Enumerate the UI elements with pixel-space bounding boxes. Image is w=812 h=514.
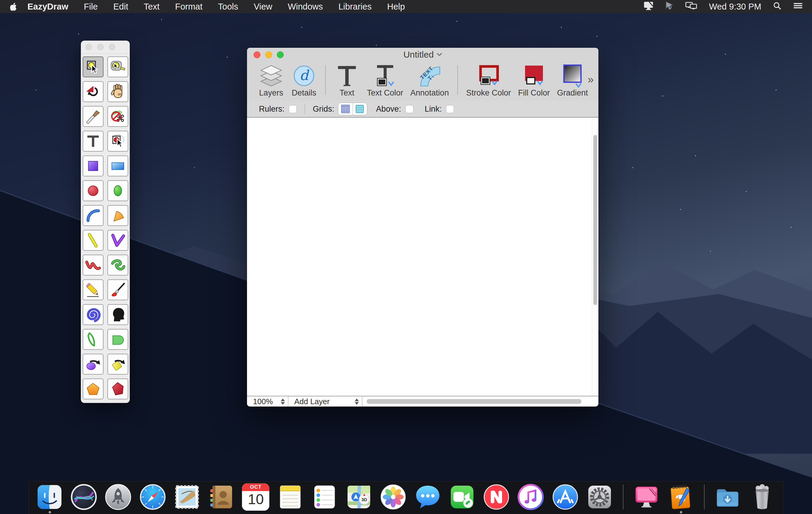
dock-facetime[interactable] [448, 483, 476, 511]
menu-item-edit[interactable]: Edit [106, 0, 136, 13]
window-title-bar[interactable]: Untitled [247, 48, 599, 61]
tool-text[interactable] [83, 131, 104, 152]
drawing-canvas[interactable] [247, 117, 599, 396]
dock-safari[interactable] [139, 483, 167, 511]
palette-tool-grid: ⌘ [81, 54, 130, 403]
spotlight-icon[interactable] [773, 1, 782, 12]
grid-lines-segment[interactable] [338, 103, 353, 115]
horizontal-scrollbar-thumb[interactable] [367, 399, 581, 404]
tool-pentagon[interactable] [83, 378, 104, 399]
palette-minimize-button[interactable] [97, 44, 104, 50]
add-layer-stepper[interactable] [355, 399, 359, 405]
menu-item-libraries[interactable]: Libraries [330, 0, 379, 13]
zoom-popup[interactable]: 100% [247, 397, 288, 407]
toolbar-stroke-color-button[interactable]: Stroke Color [466, 63, 511, 98]
notification-center-icon[interactable] [793, 1, 803, 12]
tool-select[interactable] [83, 56, 104, 77]
dual-display-icon[interactable] [685, 1, 698, 12]
dock-downloads[interactable] [714, 483, 742, 511]
dock-trash[interactable] [749, 483, 776, 511]
close-button[interactable] [254, 51, 260, 58]
dock-photos[interactable] [379, 483, 407, 511]
dock-cleanmymac[interactable] [633, 483, 661, 511]
zoom-button[interactable] [277, 51, 284, 58]
display-icon[interactable] [643, 1, 654, 12]
add-layer-popup[interactable]: Add Layer [288, 397, 362, 407]
tool-pan-hand[interactable] [107, 81, 128, 102]
link-checkbox[interactable] [446, 105, 454, 113]
menu-item-tools[interactable]: Tools [210, 0, 246, 13]
tool-pie-wedge[interactable] [107, 205, 128, 226]
window-title[interactable]: Untitled [403, 50, 442, 60]
palette-zoom-button[interactable] [109, 44, 115, 50]
toolbar-label: Annotation [410, 88, 449, 98]
above-checkbox[interactable] [405, 105, 413, 113]
dock-launchpad[interactable] [105, 483, 132, 511]
toolbar-layers-button[interactable]: Layers [258, 63, 284, 98]
tool-freehand-curve[interactable] [107, 254, 128, 275]
palette-title-bar[interactable] [81, 40, 130, 54]
menu-item-help[interactable]: Help [379, 0, 413, 13]
tool-circle[interactable] [83, 180, 104, 201]
menu-item-format[interactable]: Format [167, 0, 210, 13]
tool-rectangle[interactable] [107, 156, 128, 177]
menu-item-windows[interactable]: Windows [280, 0, 331, 13]
tool-rounded-shape[interactable] [107, 329, 128, 350]
tool-line[interactable] [83, 230, 104, 251]
rulers-checkbox[interactable] [289, 105, 297, 113]
minimize-button[interactable] [265, 51, 272, 58]
dock-mail[interactable] [173, 483, 201, 511]
toolbar-fill-color-button[interactable]: Fill Color [518, 63, 550, 98]
zoom-stepper[interactable] [281, 399, 285, 405]
grid-fill-segment[interactable] [353, 103, 367, 115]
tool-pencil[interactable] [83, 279, 104, 300]
dock-system-preferences[interactable] [586, 483, 614, 511]
toolbar-gradient-button[interactable]: Gradient [557, 63, 588, 98]
tool-ellipse[interactable] [107, 180, 128, 201]
tool-rotate-square[interactable] [107, 354, 128, 375]
tool-no-command[interactable]: ⌘ [107, 106, 128, 127]
toolbar-details-button[interactable]: dDetails [291, 63, 317, 98]
tool-silhouette[interactable] [107, 304, 128, 325]
dock-app-store[interactable] [552, 483, 579, 511]
tool-knife[interactable] [83, 106, 104, 127]
dock-itunes[interactable] [517, 483, 545, 511]
toolbar-annotation-button[interactable]: TEXTT↓Annotation [410, 63, 449, 98]
dock-siri[interactable] [70, 483, 98, 511]
tool-rotate-ellipse[interactable] [83, 354, 104, 375]
dock-eazydraw[interactable] [667, 483, 695, 511]
menu-item-eazydraw[interactable]: EazyDraw [26, 0, 76, 13]
dock-calendar[interactable]: OCT10 [242, 483, 270, 511]
dock-finder[interactable] [36, 483, 63, 511]
horizontal-scrollbar-track[interactable] [362, 397, 599, 407]
tool-crescent[interactable] [83, 329, 104, 350]
tool-select-fill[interactable] [107, 131, 128, 152]
dock-news[interactable] [483, 483, 511, 511]
toolbar-text-color-button[interactable]: Text Color [367, 63, 403, 98]
menu-clock[interactable]: Wed 9:30 PM [709, 2, 761, 11]
tool-spiral[interactable] [83, 304, 104, 325]
toolbar-text-tool-button[interactable]: Text [334, 63, 360, 98]
menu-item-view[interactable]: View [246, 0, 280, 13]
tool-square[interactable] [83, 156, 104, 177]
tool-arc[interactable] [83, 205, 104, 226]
tool-bezier-curve[interactable] [83, 254, 104, 275]
tool-undo-rotate[interactable] [83, 81, 104, 102]
tool-paintbrush[interactable] [107, 279, 128, 300]
dock-notes[interactable] [277, 483, 304, 511]
pointer-icon[interactable] [665, 1, 674, 12]
tool-polyline[interactable] [107, 230, 128, 251]
toolbar-overflow-button[interactable]: » [588, 74, 593, 86]
vertical-scrollbar-thumb[interactable] [593, 135, 597, 305]
dock-messages[interactable] [414, 483, 442, 511]
menu-item-text[interactable]: Text [136, 0, 167, 13]
dock-contacts[interactable] [208, 483, 235, 511]
tool-measure-tape[interactable] [107, 56, 128, 77]
dock-maps[interactable]: 3D [345, 483, 373, 511]
tool-polygon[interactable] [107, 378, 128, 399]
vertical-scrollbar-track[interactable] [592, 117, 599, 396]
dock-reminders[interactable] [311, 483, 339, 511]
palette-close-button[interactable] [86, 44, 92, 50]
apple-menu[interactable] [0, 2, 26, 11]
menu-item-file[interactable]: File [76, 0, 106, 13]
